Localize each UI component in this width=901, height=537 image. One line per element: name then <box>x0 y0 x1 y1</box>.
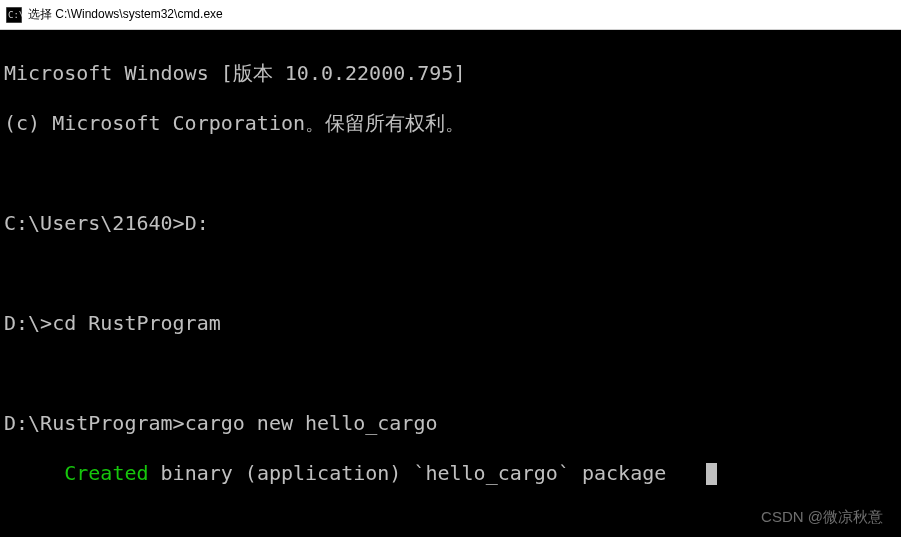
terminal-output[interactable]: Microsoft Windows [版本 10.0.22000.795] (c… <box>0 30 901 537</box>
created-label: Created <box>64 461 148 485</box>
prompt-line: D:\>cd RustProgram <box>4 311 897 336</box>
cmd-icon: C:\ <box>6 7 22 23</box>
prompt: D:\> <box>4 311 52 335</box>
blank-line <box>4 261 897 286</box>
blank-line <box>4 161 897 186</box>
window-title: 选择 C:\Windows\system32\cmd.exe <box>28 6 223 23</box>
prompt-line: D:\RustProgram>cargo new hello_cargo <box>4 411 897 436</box>
banner-line: Microsoft Windows [版本 10.0.22000.795] <box>4 61 897 86</box>
prompt-line: C:\Users\21640>D: <box>4 211 897 236</box>
command: cargo new hello_cargo <box>185 411 438 435</box>
window-titlebar[interactable]: C:\ 选择 C:\Windows\system32\cmd.exe <box>0 0 901 30</box>
selection-cursor <box>706 463 717 485</box>
prompt: C:\Users\21640> <box>4 211 185 235</box>
copyright-line: (c) Microsoft Corporation。保留所有权利。 <box>4 111 897 136</box>
svg-text:C:\: C:\ <box>8 10 22 20</box>
command: D: <box>185 211 209 235</box>
prompt: D:\RustProgram> <box>4 411 185 435</box>
output-line: Created binary (application) `hello_carg… <box>4 461 897 486</box>
command: cd RustProgram <box>52 311 221 335</box>
blank-line <box>4 361 897 386</box>
blank-line <box>4 511 897 536</box>
created-text: binary (application) `hello_cargo` packa… <box>149 461 667 485</box>
